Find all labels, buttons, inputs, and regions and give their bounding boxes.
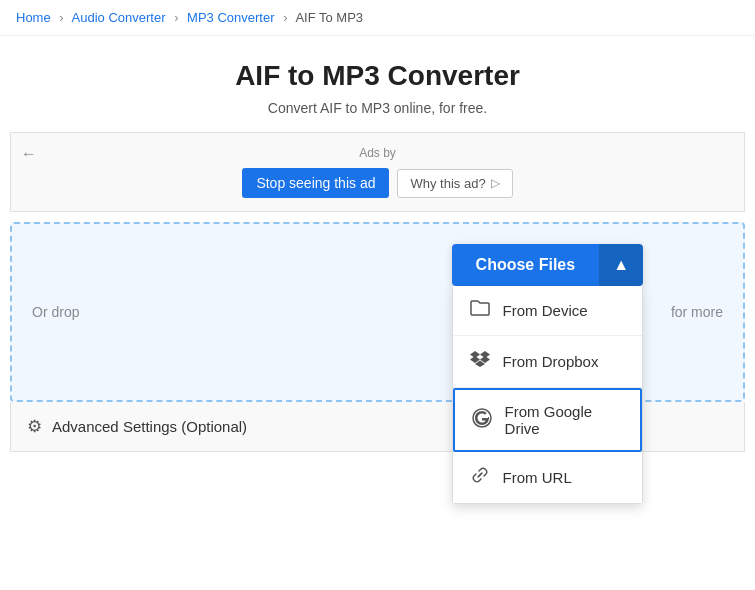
device-icon	[469, 299, 491, 322]
from-device-label: From Device	[503, 302, 588, 319]
breadcrumb-audio-converter[interactable]: Audio Converter	[72, 10, 166, 25]
ad-buttons: Stop seeing this ad Why this ad? ▷	[242, 168, 512, 198]
why-ad-label: Why this ad?	[410, 176, 485, 191]
breadcrumb: Home › Audio Converter › MP3 Converter ›…	[0, 0, 755, 36]
advanced-settings-label: Advanced Settings (Optional)	[52, 418, 247, 435]
google-drive-icon	[471, 408, 493, 433]
breadcrumb-sep-2: ›	[174, 10, 178, 25]
page-subtitle: Convert AIF to MP3 online, for free.	[20, 100, 735, 116]
dropdown-from-google-drive[interactable]: From Google Drive	[453, 388, 642, 452]
ad-by-label: Ads by	[359, 146, 396, 160]
drop-or-text: Or drop	[32, 304, 79, 320]
page-title: AIF to MP3 Converter	[20, 60, 735, 92]
choose-files-container: Choose Files ▲ From Device	[452, 244, 643, 286]
page-title-section: AIF to MP3 Converter Convert AIF to MP3 …	[0, 36, 755, 132]
arrow-up-icon: ▲	[613, 256, 629, 274]
breadcrumb-sep-3: ›	[283, 10, 287, 25]
ad-section: ← Ads by Stop seeing this ad Why this ad…	[10, 132, 745, 212]
dropbox-icon	[469, 349, 491, 374]
breadcrumb-home[interactable]: Home	[16, 10, 51, 25]
stop-ad-button[interactable]: Stop seeing this ad	[242, 168, 389, 198]
dropdown-from-url[interactable]: From URL	[453, 452, 642, 503]
breadcrumb-sep-1: ›	[59, 10, 63, 25]
dropdown-from-dropbox[interactable]: From Dropbox	[453, 336, 642, 388]
from-google-drive-label: From Google Drive	[505, 403, 624, 437]
why-ad-icon: ▷	[491, 176, 500, 190]
url-icon	[469, 465, 491, 490]
from-dropbox-label: From Dropbox	[503, 353, 599, 370]
drop-zone[interactable]: Or drop for more Choose Files ▲ From Dev…	[10, 222, 745, 402]
from-url-label: From URL	[503, 469, 572, 486]
dropdown-from-device[interactable]: From Device	[453, 286, 642, 336]
choose-files-arrow-button[interactable]: ▲	[599, 244, 643, 286]
choose-files-dropdown: From Device From Dropbox	[452, 286, 643, 504]
why-ad-button[interactable]: Why this ad? ▷	[397, 169, 512, 198]
choose-files-main-button[interactable]: Choose Files	[452, 244, 600, 286]
breadcrumb-current: AIF To MP3	[295, 10, 363, 25]
gear-icon: ⚙	[27, 416, 42, 437]
breadcrumb-mp3-converter[interactable]: MP3 Converter	[187, 10, 274, 25]
choose-files-button-group: Choose Files ▲	[452, 244, 643, 286]
ad-back-arrow[interactable]: ←	[21, 145, 37, 163]
drop-for-more-text: for more	[671, 304, 723, 320]
